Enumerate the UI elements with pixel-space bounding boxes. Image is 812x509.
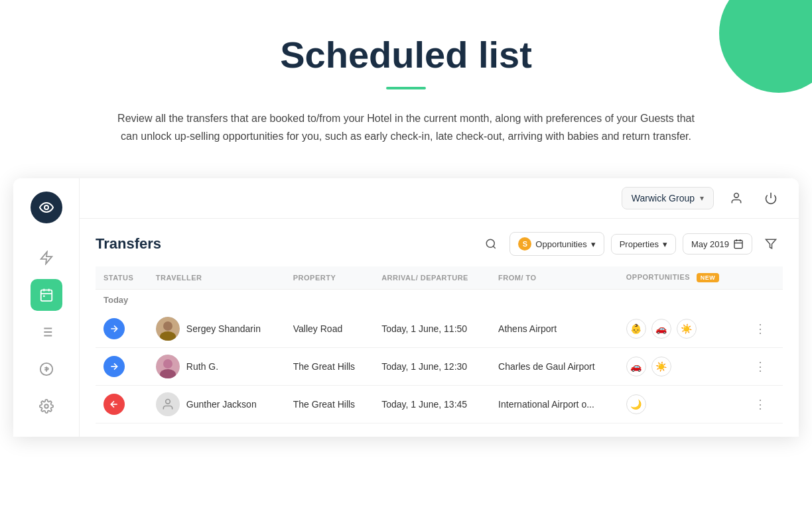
- col-from-to: From/ To: [490, 266, 618, 290]
- sun-icon: ☀️: [651, 357, 671, 376]
- table-row: Gunther Jackson The Great Hills Today, 1…: [96, 386, 783, 424]
- baby-icon: 👶: [626, 319, 646, 339]
- status-arrival-icon: [103, 356, 125, 377]
- transfers-header: Transfers S Opportunities ▾ Pr: [96, 232, 783, 256]
- transfers-section: Transfers S Opportunities ▾ Pr: [80, 219, 799, 437]
- date-label: May 2019: [691, 239, 729, 249]
- col-property: Property: [285, 266, 373, 290]
- transfers-title: Transfers: [96, 235, 161, 253]
- user-icon-button[interactable]: [724, 186, 748, 210]
- svg-point-0: [44, 205, 48, 209]
- svg-point-31: [163, 359, 172, 368]
- sun-icon: ☀️: [677, 319, 697, 339]
- row2-from-to: Charles de Gaul Airport: [490, 348, 618, 386]
- avatar: [156, 317, 180, 341]
- row3-traveller: Gunther Jackson: [148, 386, 285, 424]
- svg-point-15: [44, 405, 48, 409]
- avatar: [156, 392, 180, 416]
- section-today-row: Today: [96, 290, 783, 311]
- transfers-filters: S Opportunities ▾ Properties ▾ May 2019: [479, 232, 783, 256]
- row3-more: ⋮: [742, 386, 783, 424]
- traveller-cell: Gunther Jackson: [156, 392, 277, 416]
- col-traveller: Traveller: [148, 266, 285, 290]
- sidebar-item-list[interactable]: [31, 316, 62, 348]
- search-button[interactable]: [479, 232, 503, 256]
- row3-from-to: International Airport o...: [490, 386, 618, 424]
- row1-more: ⋮: [742, 310, 783, 348]
- svg-point-18: [487, 240, 495, 248]
- row1-property: Valley Road: [285, 310, 373, 348]
- row2-opportunities: 🚗 ☀️: [618, 348, 742, 386]
- sidebar-item-dollar[interactable]: [31, 353, 62, 385]
- new-badge: New: [697, 273, 720, 282]
- row2-more: ⋮: [742, 348, 783, 386]
- main-content: Warwick Group ▾ Transfers: [80, 178, 799, 437]
- row1-from-to: Athens Airport: [490, 310, 618, 348]
- traveller-cell: Ruth G.: [156, 355, 277, 378]
- svg-marker-24: [766, 240, 776, 249]
- page-title: Scheduled list: [13, 33, 799, 76]
- row3-arrival: Today, 1 June, 13:45: [373, 386, 490, 424]
- page-header: Scheduled list Review all the transfers …: [0, 0, 812, 165]
- sidebar-item-schedule[interactable]: [31, 279, 62, 311]
- svg-marker-1: [40, 252, 52, 264]
- section-today-label: Today: [96, 290, 783, 311]
- row1-arrival: Today, 1 June, 11:50: [373, 310, 490, 348]
- opportunities-label: Opportunities: [535, 239, 586, 249]
- sidebar-logo[interactable]: [31, 192, 62, 223]
- traveller-name: Ruth G.: [186, 361, 218, 372]
- col-actions: [742, 266, 783, 290]
- table-row: Sergey Shandarin Valley Road Today, 1 Ju…: [96, 310, 783, 348]
- col-status: Status: [96, 266, 148, 290]
- opportunity-icons: 🌙: [626, 394, 734, 414]
- page-description: Review all the transfers that are booked…: [114, 109, 698, 145]
- status-departure-icon: [103, 394, 125, 415]
- hotel-selector[interactable]: Warwick Group ▾: [622, 187, 714, 209]
- hotel-name: Warwick Group: [632, 193, 695, 203]
- app-container: Warwick Group ▾ Transfers: [13, 178, 799, 437]
- chevron-down-icon: ▾: [700, 194, 704, 203]
- row1-status: [96, 310, 148, 348]
- opportunity-icons: 🚗 ☀️: [626, 357, 734, 376]
- table-header: Status Traveller Property Arrival/ Depar…: [96, 266, 783, 290]
- row3-property: The Great Hills: [285, 386, 373, 424]
- transfers-table: Status Traveller Property Arrival/ Depar…: [96, 266, 783, 424]
- traveller-name: Sergey Shandarin: [186, 323, 261, 334]
- col-arrival-departure: Arrival/ Departure: [373, 266, 490, 290]
- properties-label: Properties: [620, 239, 659, 249]
- row1-opportunities: 👶 🚗 ☀️: [618, 310, 742, 348]
- more-options-button[interactable]: ⋮: [750, 394, 770, 414]
- col-opportunities: Opportunities New: [618, 266, 742, 290]
- row2-arrival: Today, 1 June, 12:30: [373, 348, 490, 386]
- table-row: Ruth G. The Great Hills Today, 1 June, 1…: [96, 348, 783, 386]
- svg-point-27: [163, 321, 172, 331]
- traveller-cell: Sergey Shandarin: [156, 317, 277, 341]
- properties-chevron-icon: ▾: [663, 239, 667, 249]
- opportunities-chevron-icon: ▾: [591, 239, 596, 249]
- avatar: [156, 355, 180, 378]
- opportunity-icons: 👶 🚗 ☀️: [626, 319, 734, 339]
- sidebar-item-bolt[interactable]: [31, 242, 62, 274]
- date-picker[interactable]: May 2019: [683, 233, 752, 254]
- opportunities-filter[interactable]: S Opportunities ▾: [509, 232, 604, 256]
- status-arrival-icon: [103, 318, 125, 339]
- sidebar-item-settings[interactable]: [31, 390, 62, 422]
- moon-icon: 🌙: [626, 394, 646, 414]
- power-icon-button[interactable]: [759, 186, 783, 210]
- svg-rect-2: [40, 290, 52, 302]
- sidebar: [13, 178, 80, 437]
- car-icon: 🚗: [626, 357, 646, 376]
- row1-traveller: Sergey Shandarin: [148, 310, 285, 348]
- title-underline: [386, 87, 426, 89]
- row2-property: The Great Hills: [285, 348, 373, 386]
- svg-point-34: [166, 400, 170, 404]
- filter-button[interactable]: [759, 232, 783, 256]
- row3-opportunities: 🌙: [618, 386, 742, 424]
- properties-filter[interactable]: Properties ▾: [611, 234, 676, 254]
- row3-status: [96, 386, 148, 424]
- opportunities-badge-icon: S: [518, 237, 531, 251]
- more-options-button[interactable]: ⋮: [750, 357, 770, 376]
- more-options-button[interactable]: ⋮: [750, 319, 770, 339]
- car-icon: 🚗: [651, 319, 671, 339]
- svg-rect-20: [734, 241, 742, 249]
